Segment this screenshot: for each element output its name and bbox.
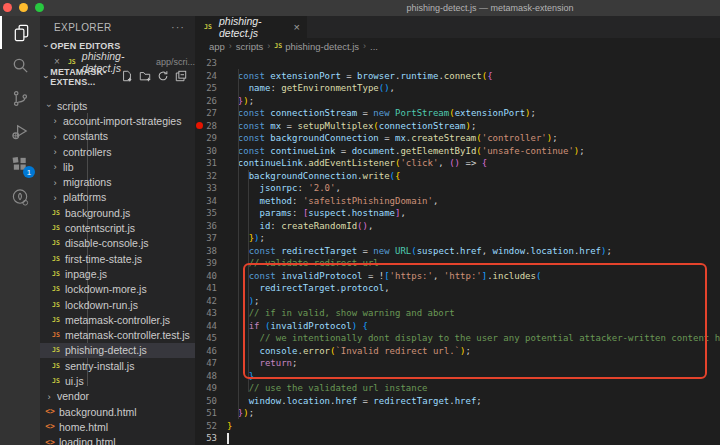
refresh-icon[interactable] bbox=[157, 70, 169, 84]
breadcrumb-item[interactable]: JSphishing-detect.js bbox=[274, 41, 359, 52]
glyph-margin[interactable] bbox=[195, 282, 205, 295]
glyph-margin[interactable] bbox=[195, 307, 205, 320]
code-line-33[interactable]: 33 jsonrpc: '2.0', bbox=[195, 182, 720, 195]
code-line-26[interactable]: 26 }); bbox=[195, 95, 720, 108]
glyph-margin[interactable] bbox=[195, 95, 205, 108]
close-icon[interactable]: × bbox=[54, 56, 60, 67]
code-line-40[interactable]: 40 const invalidProtocol = !['https:', '… bbox=[195, 270, 720, 283]
glyph-margin[interactable] bbox=[195, 370, 205, 383]
breadcrumb-item[interactable]: app bbox=[209, 41, 225, 52]
code-line-37[interactable]: 37 }); bbox=[195, 232, 720, 245]
explorer-more-actions-icon[interactable]: ··· bbox=[171, 21, 185, 33]
glyph-margin[interactable] bbox=[195, 107, 205, 120]
tree-item-phishing-detect-js[interactable]: JSphishing-detect.js bbox=[40, 343, 195, 358]
tree-item-metamask-controller-js[interactable]: JSmetamask-controller.js bbox=[40, 312, 195, 327]
tree-item-first-time-state-js[interactable]: JSfirst-time-state.js bbox=[40, 251, 195, 266]
code-line-53[interactable]: 53 bbox=[195, 432, 720, 445]
source-control-icon[interactable] bbox=[0, 82, 40, 115]
glyph-margin[interactable] bbox=[195, 70, 205, 83]
tree-item-inpage-js[interactable]: JSinpage.js bbox=[40, 266, 195, 281]
glyph-margin[interactable] bbox=[195, 57, 205, 70]
tree-item-lockdown-more-js[interactable]: JSlockdown-more.js bbox=[40, 282, 195, 297]
code-line-30[interactable]: 30 const continueLink = document.getElem… bbox=[195, 145, 720, 158]
tree-item-loading-html[interactable]: <>loading.html bbox=[40, 435, 195, 445]
code-line-29[interactable]: 29 const backgroundConnection = mx.creat… bbox=[195, 132, 720, 145]
close-window-button[interactable] bbox=[3, 3, 12, 12]
tree-item-controllers[interactable]: ›controllers bbox=[40, 144, 195, 159]
breadcrumb-item[interactable]: ... bbox=[370, 41, 378, 52]
tree-item-home-html[interactable]: <>home.html bbox=[40, 419, 195, 434]
tab-phishing-detect[interactable]: JS phishing-detect.js × bbox=[195, 16, 308, 38]
code-line-45[interactable]: 45 // we intentionally dont display to t… bbox=[195, 332, 720, 345]
glyph-margin[interactable] bbox=[195, 170, 205, 183]
project-section-header[interactable]: › METAMASK-EXTENS... bbox=[40, 69, 195, 85]
tree-item-ui-js[interactable]: JSui.js bbox=[40, 373, 195, 388]
tree-item-vendor[interactable]: ›vendor bbox=[40, 389, 195, 404]
tree-item-sentry-install-js[interactable]: JSsentry-install.js bbox=[40, 358, 195, 373]
glyph-margin[interactable] bbox=[195, 245, 205, 258]
glyph-margin[interactable] bbox=[195, 182, 205, 195]
code-line-32[interactable]: 32 backgroundConnection.write({ bbox=[195, 170, 720, 183]
new-file-icon[interactable] bbox=[121, 70, 133, 84]
glyph-margin[interactable] bbox=[195, 332, 205, 345]
breadcrumb-item[interactable]: scripts bbox=[236, 41, 263, 52]
code-line-35[interactable]: 35 params: [suspect.hostname], bbox=[195, 207, 720, 220]
code-line-34[interactable]: 34 method: 'safelistPhishingDomain', bbox=[195, 195, 720, 208]
search-icon[interactable] bbox=[0, 49, 40, 82]
zoom-window-button[interactable] bbox=[35, 3, 44, 12]
glyph-margin[interactable] bbox=[195, 145, 205, 158]
code-line-47[interactable]: 47 return; bbox=[195, 357, 720, 370]
code-line-23[interactable]: 23 bbox=[195, 57, 720, 70]
tab-close-icon[interactable]: × bbox=[294, 21, 300, 33]
code-line-28[interactable]: 28 const mx = setupMultiplex(connectionS… bbox=[195, 120, 720, 133]
glyph-margin[interactable] bbox=[195, 207, 205, 220]
tree-item-scripts[interactable]: ›scripts bbox=[40, 98, 195, 113]
code-line-48[interactable]: 48 } bbox=[195, 370, 720, 383]
new-folder-icon[interactable] bbox=[139, 70, 151, 84]
tree-item-disable-console-js[interactable]: JSdisable-console.js bbox=[40, 236, 195, 251]
code-line-44[interactable]: 44 if (invalidProtocol) { bbox=[195, 320, 720, 333]
glyph-margin[interactable] bbox=[195, 420, 205, 433]
code-line-51[interactable]: 51 }); bbox=[195, 407, 720, 420]
glyph-margin[interactable] bbox=[195, 395, 205, 408]
glyph-margin[interactable] bbox=[195, 195, 205, 208]
minimize-window-button[interactable] bbox=[19, 3, 28, 12]
code-line-25[interactable]: 25 name: getEnvironmentType(), bbox=[195, 82, 720, 95]
glyph-margin[interactable] bbox=[195, 82, 205, 95]
extensions-icon[interactable]: 1 bbox=[0, 148, 40, 181]
code-line-50[interactable]: 50 window.location.href = redirectTarget… bbox=[195, 395, 720, 408]
breakpoint-glyph[interactable] bbox=[195, 120, 205, 133]
glyph-margin[interactable] bbox=[195, 320, 205, 333]
tree-item-contentscript-js[interactable]: JScontentscript.js bbox=[40, 220, 195, 235]
code-line-42[interactable]: 42 ); bbox=[195, 295, 720, 308]
run-and-debug-icon[interactable] bbox=[0, 115, 40, 148]
tree-item-account-import-strategies[interactable]: ›account-import-strategies bbox=[40, 113, 195, 128]
tree-item-lib[interactable]: ›lib bbox=[40, 159, 195, 174]
glyph-margin[interactable] bbox=[195, 382, 205, 395]
tree-item-background-js[interactable]: JSbackground.js bbox=[40, 205, 195, 220]
glyph-margin[interactable] bbox=[195, 345, 205, 358]
glyph-margin[interactable] bbox=[195, 270, 205, 283]
tree-item-lockdown-run-js[interactable]: JSlockdown-run.js bbox=[40, 297, 195, 312]
code-line-43[interactable]: 43 // if in valid, show warning and abor… bbox=[195, 307, 720, 320]
tree-item-background-html[interactable]: <>background.html bbox=[40, 404, 195, 419]
code-editor[interactable]: 2324 const extensionPort = browser.runti… bbox=[195, 54, 720, 445]
plugin-icon[interactable] bbox=[0, 181, 40, 214]
code-line-36[interactable]: 36 id: createRandomId(), bbox=[195, 220, 720, 233]
tree-item-metamask-controller-test-js[interactable]: JSmetamask-controller.test.js bbox=[40, 327, 195, 342]
glyph-margin[interactable] bbox=[195, 257, 205, 270]
tree-item-constants[interactable]: ›constants bbox=[40, 129, 195, 144]
code-line-24[interactable]: 24 const extensionPort = browser.runtime… bbox=[195, 70, 720, 83]
code-line-38[interactable]: 38 const redirectTarget = new URL(suspec… bbox=[195, 245, 720, 258]
tree-item-migrations[interactable]: ›migrations bbox=[40, 174, 195, 189]
glyph-margin[interactable] bbox=[195, 295, 205, 308]
code-line-41[interactable]: 41 redirectTarget.protocol, bbox=[195, 282, 720, 295]
glyph-margin[interactable] bbox=[195, 407, 205, 420]
code-line-49[interactable]: 49 // use the validated url instance bbox=[195, 382, 720, 395]
glyph-margin[interactable] bbox=[195, 132, 205, 145]
code-line-46[interactable]: 46 console.error(`Invalid redirect url.`… bbox=[195, 345, 720, 358]
explorer-icon[interactable] bbox=[0, 16, 40, 49]
glyph-margin[interactable] bbox=[195, 220, 205, 233]
code-line-27[interactable]: 27 const connectionStream = new PortStre… bbox=[195, 107, 720, 120]
glyph-margin[interactable] bbox=[195, 157, 205, 170]
